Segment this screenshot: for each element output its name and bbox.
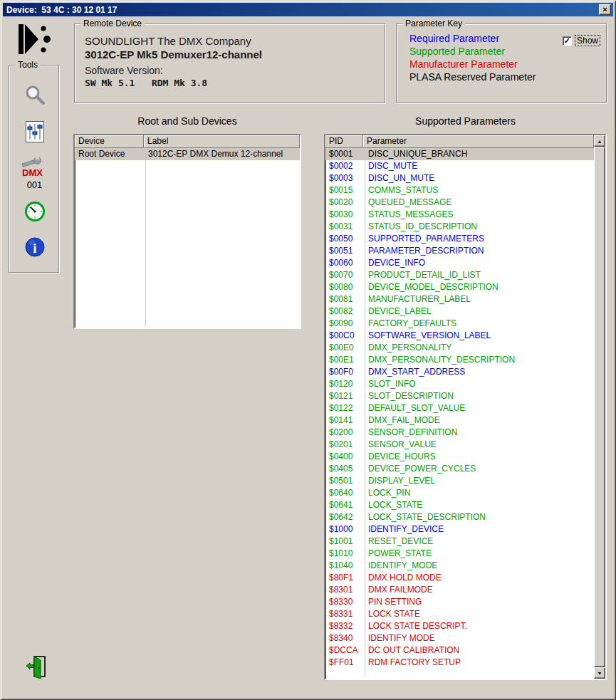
gauge-icon — [24, 201, 46, 225]
devices-table-header: Device Label — [75, 135, 300, 148]
app-window: Device: 53 4C : 30 12 01 17 × Tools — [0, 0, 616, 700]
parameter-row[interactable]: $0003DISC_UN_MUTE — [325, 172, 594, 184]
devices-section-title: Root and Sub Devices — [73, 115, 301, 127]
parameter-row[interactable]: $8301DMX FAILMODE — [325, 584, 594, 596]
parameter-row[interactable]: $0090FACTORY_DEFAULTS — [325, 318, 594, 330]
parameter-row[interactable]: $0640LOCK_PIN — [325, 487, 594, 499]
parameter-row[interactable]: $0031STATUS_ID_DESCRIPTION — [325, 221, 594, 233]
gauge-tool-button[interactable] — [9, 201, 60, 225]
parameter-row[interactable]: $0002DISC_MUTE — [325, 160, 594, 172]
close-button[interactable]: × — [599, 4, 611, 15]
parameter-row[interactable]: $8331LOCK STATE — [325, 608, 594, 620]
parameter-row[interactable]: $0050SUPPORTED_PARAMETERS — [325, 233, 594, 245]
dmx-wrench-icon: DMX — [20, 157, 50, 181]
parameter-row[interactable]: $0400DEVICE_HOURS — [325, 451, 594, 463]
parameter-row[interactable]: $0030STATUS_MESSAGES — [325, 209, 594, 221]
parameter-row[interactable]: $0501DISPLAY_LEVEL — [325, 475, 594, 487]
software-version-value: SW Mk 5.1 RDM Mk 3.8 — [85, 78, 207, 88]
parameters-table-body: $0001DISC_UNIQUE_BRANCH$0002DISC_MUTE$00… — [325, 148, 594, 669]
remote-device-label: Remote Device — [80, 19, 145, 28]
magnifier-icon — [24, 84, 46, 108]
devices-table-body: Root Device3012C-EP DMX Demux 12-channel — [75, 148, 300, 160]
svg-text:i: i — [33, 241, 36, 256]
parameter-row[interactable]: $0120SLOT_INFO — [325, 378, 594, 390]
titlebar[interactable]: Device: 53 4C : 30 12 01 17 × — [3, 3, 613, 16]
info-icon: i — [24, 236, 46, 261]
manufacturer-name: SOUNDLIGHT The DMX Company — [85, 35, 251, 47]
parameter-row[interactable]: $0001DISC_UNIQUE_BRANCH — [325, 148, 594, 160]
key-manufacturer-label: Manufacturer Parameter — [409, 58, 518, 70]
parameter-row[interactable]: $0081MANUFACTURER_LABEL — [325, 293, 594, 305]
parameter-row[interactable]: $0641LOCK_STATE — [325, 499, 594, 511]
scroll-down-button[interactable]: ▼ — [594, 667, 605, 679]
checkmark-icon[interactable]: ✓ — [563, 36, 572, 46]
devices-column-divider — [145, 148, 146, 326]
devices-table: Device Label Root Device3012C-EP DMX Dem… — [73, 134, 301, 329]
parameter-key-label: Parameter Key — [402, 19, 465, 28]
parameter-row[interactable]: $8332LOCK STATE DESCRIPT. — [325, 620, 594, 632]
parameter-row[interactable]: $0020QUEUED_MESSAGE — [325, 197, 594, 209]
parameter-row[interactable]: $0122DEFAULT_SLOT_VALUE — [325, 402, 594, 414]
tools-panel: Tools — [9, 65, 59, 273]
software-version-caption: Software Version: — [85, 65, 163, 76]
parameter-row[interactable]: $1000IDENTIFY_DEVICE — [325, 523, 594, 536]
parameter-row[interactable]: $0405DEVICE_POWER_CYCLES — [325, 463, 594, 475]
dmx-address-tool-button[interactable]: DMX — [9, 157, 60, 181]
parameter-row[interactable]: $0070PRODUCT_DETAIL_ID_LIST — [325, 269, 594, 281]
search-tool-button[interactable] — [9, 84, 60, 108]
devices-header-label: Label — [144, 135, 300, 148]
scroll-up-button[interactable]: ▲ — [594, 135, 605, 147]
key-reserved-label: PLASA Reserved Parameter — [409, 71, 536, 83]
parameter-row[interactable]: $00E0DMX_PERSONALITY — [325, 342, 594, 354]
parameter-row[interactable]: $00E1DMX_PERSONALITY_DESCRIPTION — [325, 354, 594, 366]
parameter-key-panel: Parameter Key Required Parameter Support… — [396, 23, 607, 103]
tools-panel-label: Tools — [15, 60, 41, 70]
device-row[interactable]: Root Device3012C-EP DMX Demux 12-channel — [75, 148, 300, 160]
parameter-row[interactable]: $0141DMX_FAIL_MODE — [325, 414, 594, 427]
parameter-row[interactable]: $0080DEVICE_MODEL_DESCRIPTION — [325, 281, 594, 293]
parameters-section-title: Supported Parameters — [324, 115, 607, 127]
faders-icon — [26, 121, 44, 145]
levels-tool-button[interactable] — [9, 121, 60, 145]
show-checkbox-label: Show — [575, 35, 600, 46]
parameter-row[interactable]: $0642LOCK_STATE_DESCRIPTION — [325, 511, 594, 523]
parameter-row[interactable]: $8330PIN SETTING — [325, 596, 594, 608]
devices-header-device: Device — [75, 135, 144, 148]
soundlight-logo-icon — [17, 21, 54, 60]
key-required-label: Required Parameter — [409, 33, 499, 44]
parameter-row[interactable]: $00F0DMX_START_ADDRESS — [325, 366, 594, 378]
exit-door-icon — [26, 669, 47, 681]
parameters-scrollbar[interactable]: ▲ ▼ — [594, 135, 605, 679]
key-supported-label: Supported Parameter — [409, 46, 505, 57]
scroll-thumb[interactable] — [594, 147, 605, 667]
info-tool-button[interactable]: i — [9, 236, 60, 261]
parameters-table-header: PID Parameter — [325, 135, 594, 148]
show-checkbox[interactable]: ✓ Show — [563, 35, 600, 46]
window-title: Device: 53 4C : 30 12 01 17 — [6, 5, 117, 15]
svg-text:DMX: DMX — [22, 167, 43, 178]
device-model-name: 3012C-EP Mk5 Demuxer12-channel — [85, 48, 262, 61]
parameter-row[interactable]: $0051PARAMETER_DESCRIPTION — [325, 245, 594, 257]
parameter-row[interactable]: $0121SLOT_DESCRIPTION — [325, 390, 594, 402]
exit-button[interactable] — [26, 655, 47, 682]
parameter-row[interactable]: $1040IDENTIFY_MODE — [325, 560, 594, 572]
dmx-address-value: 001 — [9, 179, 60, 190]
parameter-row[interactable]: $0015COMMS_STATUS — [325, 184, 594, 197]
parameter-row[interactable]: $0201SENSOR_VALUE — [325, 439, 594, 451]
remote-device-panel: Remote Device SOUNDLIGHT The DMX Company… — [74, 23, 385, 103]
parameter-row[interactable]: $DCCADC OUT CALIBRATION — [325, 644, 594, 657]
parameter-row[interactable]: $80F1DMX HOLD MODE — [325, 572, 594, 584]
parameters-header-parameter: Parameter — [363, 135, 594, 148]
parameter-row[interactable]: $0060DEVICE_INFO — [325, 257, 594, 269]
parameter-row[interactable]: $8340IDENTIFY MODE — [325, 632, 594, 644]
parameter-row[interactable]: $1010POWER_STATE — [325, 548, 594, 560]
parameter-row[interactable]: $0200SENSOR_DEFINITION — [325, 427, 594, 439]
parameter-row[interactable]: $FF01RDM FACTORY SETUP — [325, 657, 594, 669]
parameter-row[interactable]: $0082DEVICE_LABEL — [325, 305, 594, 318]
parameters-header-pid: PID — [325, 135, 363, 148]
parameter-row[interactable]: $00C0SOFTWARE_VERSION_LABEL — [325, 330, 594, 342]
parameters-table: PID Parameter $0001DISC_UNIQUE_BRANCH$00… — [324, 134, 607, 680]
parameter-row[interactable]: $1001RESET_DEVICE — [325, 536, 594, 548]
